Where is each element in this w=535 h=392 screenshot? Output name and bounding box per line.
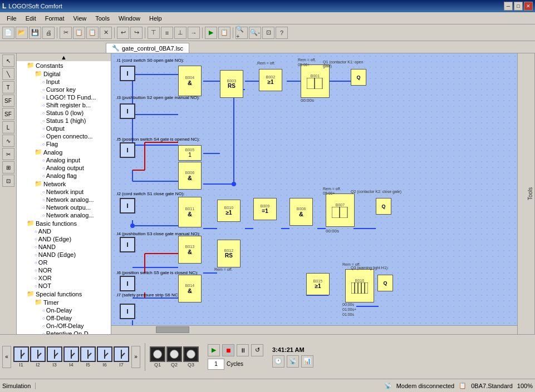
sidebar-digital[interactable]: 📁 Digital	[17, 70, 111, 78]
minimize-button[interactable]: ─	[504, 2, 513, 11]
sidebar-xor[interactable]: ○ XOR	[17, 274, 111, 282]
block-B016[interactable]: B016	[345, 269, 374, 302]
zoom2-tool[interactable]: ⊡	[2, 175, 14, 187]
sim-prev-button[interactable]: «	[2, 346, 11, 368]
block-B007[interactable]: B007	[326, 193, 355, 227]
menu-format[interactable]: Format	[41, 14, 69, 23]
sidebar-output[interactable]: ○ Output	[17, 125, 111, 132]
sim-clock-button[interactable]: 🕐	[272, 355, 284, 368]
save-button[interactable]: 💾	[29, 27, 41, 39]
block-B013[interactable]: B013 &	[178, 236, 202, 264]
block-Q1[interactable]: Q	[351, 69, 366, 86]
sim-reset-button[interactable]: ↺	[251, 344, 263, 356]
align-right-button[interactable]: →	[188, 27, 200, 39]
sim-report-button[interactable]: 📊	[301, 355, 313, 368]
sim-stop-button[interactable]: ⏹	[222, 344, 234, 356]
block-B012[interactable]: B012 RS	[217, 240, 240, 267]
block-B004[interactable]: B004 &	[178, 66, 202, 96]
print-button[interactable]: 🖨	[42, 27, 55, 39]
sf2-tool[interactable]: SF	[2, 108, 14, 120]
copy-button[interactable]: 📋	[73, 27, 85, 39]
sim-switch-I2[interactable]	[30, 346, 46, 362]
block-B010[interactable]: B010 ≥1	[217, 200, 240, 222]
sidebar-basic-functions[interactable]: 📁 Basic functions	[17, 219, 111, 227]
sidebar-constants[interactable]: 📁 Constants	[17, 61, 111, 70]
sidebar-network[interactable]: 📁 Network	[17, 180, 111, 188]
simulate-button[interactable]: ▶	[205, 27, 217, 39]
sidebar-off-delay[interactable]: ○ Off-Delay	[17, 314, 111, 322]
connect-tool[interactable]: ╲	[2, 68, 14, 80]
sidebar-nor[interactable]: ○ NOR	[17, 266, 111, 274]
sidebar-analog[interactable]: 📁 Analog	[17, 148, 111, 156]
sidebar-retentive[interactable]: ○ Retentive On-D...	[17, 330, 111, 334]
cut-button[interactable]: ✂	[60, 27, 72, 39]
cut-wire-tool[interactable]: ✂	[2, 148, 14, 160]
text-tool[interactable]: T	[2, 81, 14, 93]
sim-run-button[interactable]: ▶	[208, 344, 220, 356]
sidebar-network-analog1[interactable]: ○ Network analog...	[17, 196, 111, 204]
sidebar-network-output[interactable]: ○ Network outpu...	[17, 204, 111, 211]
sidebar-on-off-delay[interactable]: ○ On-/Off-Delay	[17, 322, 111, 330]
sf-tool[interactable]: SF	[2, 95, 14, 107]
canvas-area[interactable]: .I1 (cord switch S0 open gate NO): .I3 (…	[111, 53, 526, 334]
menu-file[interactable]: File	[2, 14, 21, 23]
open-button[interactable]: 📂	[16, 27, 28, 39]
block-B001[interactable]: B001	[301, 64, 330, 98]
help-button[interactable]: ?	[276, 27, 288, 39]
align-mid-button[interactable]: ≡	[161, 27, 173, 39]
block-B015[interactable]: B015 ≥1	[306, 273, 330, 295]
menu-help[interactable]: Help	[145, 14, 166, 23]
sidebar-shift-reg[interactable]: ○ Shift register b...	[17, 101, 111, 109]
sidebar-input[interactable]: ○ Input	[17, 78, 111, 86]
sim-pause-button[interactable]: ⏸	[237, 344, 249, 356]
block-B005[interactable]: B005 1	[178, 145, 202, 161]
vertical-scrollbar[interactable]	[517, 53, 526, 334]
align-top-button[interactable]: ⊤	[148, 27, 160, 39]
block-tool[interactable]: L	[2, 121, 14, 133]
sidebar-cursor-key[interactable]: ○ Cursor key	[17, 86, 111, 93]
sidebar-network-analog2[interactable]: ○ Network analog...	[17, 211, 111, 219]
tab-gate-control[interactable]: 🔧 gate_control_0BA7.lsc	[106, 43, 189, 53]
zoom-fit-button[interactable]: ⊡	[262, 27, 274, 39]
sidebar-status0[interactable]: ○ Status 0 (low)	[17, 109, 111, 117]
undo-button[interactable]: ↩	[117, 27, 129, 39]
sim-switch-I6[interactable]	[97, 346, 112, 362]
sidebar-not[interactable]: ○ NOT	[17, 282, 111, 290]
sidebar-and[interactable]: ○ AND	[17, 227, 111, 235]
sim-switch-I5[interactable]	[80, 346, 96, 362]
sidebar-status1[interactable]: ○ Status 1 (high)	[17, 117, 111, 125]
block-B002[interactable]: B002 ≥1	[259, 69, 282, 91]
sim-switch-I3[interactable]	[47, 346, 62, 362]
sidebar-open-connector[interactable]: ○ Open connecto...	[17, 132, 111, 140]
close-button[interactable]: ✕	[524, 2, 533, 11]
block-B011[interactable]: B011 &	[178, 197, 202, 227]
block-B009[interactable]: B009 =1	[253, 198, 277, 220]
menu-window[interactable]: Window	[114, 14, 145, 23]
paste-button[interactable]: 📋	[86, 27, 99, 39]
align-bot-button[interactable]: ⊥	[174, 27, 186, 39]
maximize-button[interactable]: □	[514, 2, 523, 11]
menu-tools[interactable]: Tools	[91, 14, 114, 23]
sidebar-analog-flag[interactable]: ○ Analog flag	[17, 172, 111, 180]
select-tool[interactable]: ↖	[2, 54, 14, 67]
wire-tool[interactable]: ∿	[2, 135, 14, 147]
horizontal-scrollbar[interactable]	[111, 325, 517, 334]
block-B006[interactable]: B006 &	[178, 162, 202, 190]
block-Q2[interactable]: Q	[376, 198, 391, 215]
sidebar-scroll-up[interactable]: ▲	[17, 53, 111, 61]
sim-next-button[interactable]: »	[131, 346, 140, 368]
sidebar-nand-edge[interactable]: ○ NAND (Edge)	[17, 251, 111, 259]
sidebar-analog-input[interactable]: ○ Analog input	[17, 156, 111, 164]
block-Q3[interactable]: Q	[377, 275, 393, 291]
sidebar-analog-output[interactable]: ○ Analog output	[17, 164, 111, 172]
sidebar-special-functions[interactable]: 📁 Special functions	[17, 290, 111, 298]
block-B014[interactable]: B014 &	[178, 275, 202, 302]
new-button[interactable]: 📄	[2, 27, 14, 39]
sidebar-network-input[interactable]: ○ Network input	[17, 188, 111, 196]
sim-cycles-input[interactable]	[208, 359, 224, 370]
sim-switch-I4[interactable]	[63, 346, 79, 362]
zoom-in-button[interactable]: 🔍+	[235, 27, 248, 39]
menu-edit[interactable]: Edit	[21, 14, 41, 23]
block-B008[interactable]: B008 &	[289, 198, 313, 226]
sim-modem-button[interactable]: 📡	[287, 355, 299, 368]
